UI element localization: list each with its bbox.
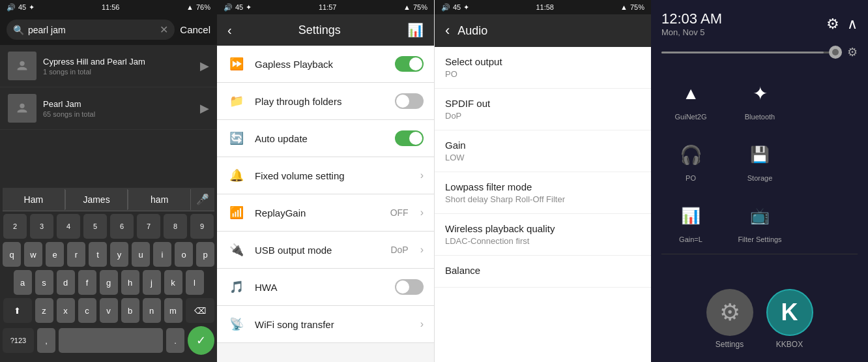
key-5[interactable]: 5 bbox=[83, 214, 107, 239]
settings-item-wifi[interactable]: 📡 WiFi song transfer › bbox=[217, 306, 434, 343]
quick-tile-filter[interactable]: 📺 Filter Settings bbox=[725, 190, 794, 251]
battery-3: 75% bbox=[630, 3, 644, 11]
suggestion-1[interactable]: Ham bbox=[3, 189, 65, 210]
key-6[interactable]: 6 bbox=[110, 214, 134, 239]
key-comma[interactable]: , bbox=[37, 328, 55, 353]
audio-item-output[interactable]: Select output PO bbox=[435, 47, 651, 89]
key-v[interactable]: v bbox=[100, 298, 118, 323]
key-p[interactable]: p bbox=[196, 242, 214, 267]
key-d[interactable]: d bbox=[57, 270, 75, 295]
search-container[interactable]: 🔍 ✕ bbox=[7, 20, 175, 40]
key-z[interactable]: z bbox=[35, 298, 53, 323]
quick-tile-guinet2g[interactable]: ▲ GuiNet2G bbox=[656, 67, 725, 128]
audio-item-lowpass[interactable]: Lowpass filter mode Short delay Sharp Ro… bbox=[435, 172, 651, 214]
volume-knob[interactable] bbox=[829, 46, 842, 59]
key-7[interactable]: 7 bbox=[137, 214, 160, 239]
key-k[interactable]: k bbox=[164, 270, 182, 295]
key-b[interactable]: b bbox=[121, 298, 139, 323]
quick-tile-po[interactable]: 🎧 PO bbox=[656, 128, 725, 190]
settings-app-icon[interactable]: ⚙ Settings bbox=[706, 289, 753, 349]
search-input[interactable] bbox=[28, 25, 156, 35]
key-w[interactable]: w bbox=[24, 242, 42, 267]
play-icon-1[interactable]: ▶ bbox=[200, 59, 209, 73]
key-2[interactable]: 2 bbox=[3, 214, 27, 239]
back-icon[interactable]: ‹ bbox=[227, 23, 232, 38]
key-f[interactable]: f bbox=[78, 270, 96, 295]
key-special[interactable]: ?123 bbox=[3, 328, 34, 353]
key-q[interactable]: q bbox=[3, 242, 21, 267]
audio-item-gain[interactable]: Gain LOW bbox=[435, 130, 651, 172]
key-h[interactable]: h bbox=[121, 270, 139, 295]
gapless-label: Gapless Playback bbox=[255, 59, 386, 70]
audio-item-spdif[interactable]: SPDIF out DoP bbox=[435, 89, 651, 130]
audio-item-wireless[interactable]: Wireless playback quality LDAC-Connectio… bbox=[435, 214, 651, 256]
key-shift[interactable]: ⬆ bbox=[3, 298, 32, 323]
quick-tile-storage[interactable]: 💾 Storage bbox=[725, 128, 794, 190]
quick-tile-bluetooth[interactable]: ✦ Bluetooth bbox=[725, 67, 794, 128]
music-title-1: Cypress Hill and Pearl Jam bbox=[43, 57, 194, 67]
collapse-icon[interactable]: ∧ bbox=[847, 16, 858, 33]
key-n[interactable]: n bbox=[143, 298, 161, 323]
key-e[interactable]: e bbox=[46, 242, 64, 267]
autoupdate-toggle[interactable] bbox=[395, 130, 424, 146]
list-item[interactable]: Cypress Hill and Pearl Jam 1 songs in to… bbox=[0, 45, 217, 87]
quick-tiles: ▲ GuiNet2G ✦ Bluetooth 🎧 PO 💾 Storage 📊 … bbox=[651, 67, 868, 251]
volume-level-2: 45 bbox=[235, 3, 243, 11]
key-t[interactable]: t bbox=[89, 242, 107, 267]
key-3[interactable]: 3 bbox=[30, 214, 53, 239]
quick-tile-gain[interactable]: 📊 Gain=L bbox=[656, 190, 725, 251]
settings-item-volume[interactable]: 🔔 Fixed volume setting › bbox=[217, 157, 434, 194]
key-enter[interactable]: ✓ bbox=[188, 326, 214, 355]
key-i[interactable]: i bbox=[153, 242, 171, 267]
settings-item-autoupdate[interactable]: 🔄 Auto update bbox=[217, 120, 434, 157]
key-y[interactable]: y bbox=[110, 242, 128, 267]
suggestion-3[interactable]: ham bbox=[128, 189, 191, 210]
mic-icon[interactable]: 🎤 bbox=[191, 188, 214, 211]
svg-point-1 bbox=[20, 104, 24, 108]
key-backspace[interactable]: ⌫ bbox=[186, 298, 214, 323]
play-icon-2[interactable]: ▶ bbox=[200, 101, 209, 115]
settings-item-folders[interactable]: 📁 Play through folders bbox=[217, 83, 434, 120]
folders-label: Play through folders bbox=[255, 96, 386, 107]
key-8[interactable]: 8 bbox=[164, 214, 187, 239]
list-item[interactable]: Pearl Jam 65 songs in total ▶ bbox=[0, 87, 217, 130]
audio-item-balance[interactable]: Balance bbox=[435, 256, 651, 288]
settings-item-replaygain[interactable]: 📶 ReplayGain OFF › bbox=[217, 194, 434, 232]
gapless-toggle[interactable] bbox=[395, 56, 424, 72]
key-space[interactable] bbox=[59, 328, 163, 353]
key-g[interactable]: g bbox=[100, 270, 118, 295]
panel4-header-icons: ⚙ ∧ bbox=[826, 16, 858, 33]
key-o[interactable]: o bbox=[175, 242, 193, 267]
sd-tile-icon: 💾 bbox=[744, 139, 775, 170]
app-icons: ⚙ Settings K KKBOX bbox=[651, 276, 868, 362]
cancel-button[interactable]: Cancel bbox=[180, 24, 210, 35]
chevron-right-icon-2: › bbox=[420, 207, 424, 219]
key-period[interactable]: . bbox=[166, 328, 184, 353]
battery-2: 75% bbox=[413, 3, 427, 11]
volume-slider[interactable] bbox=[661, 52, 842, 53]
settings-gear-icon[interactable]: ⚙ bbox=[826, 16, 839, 33]
hwa-toggle[interactable] bbox=[395, 279, 424, 295]
clear-search-icon[interactable]: ✕ bbox=[160, 23, 168, 36]
key-l[interactable]: l bbox=[186, 270, 204, 295]
key-a[interactable]: a bbox=[14, 270, 32, 295]
panel4-header: 12:03 AM Mon, Nov 5 ⚙ ∧ bbox=[651, 0, 868, 42]
equalizer-icon[interactable]: 📊 bbox=[407, 22, 424, 38]
settings-item-gapless[interactable]: ⏩ Gapless Playback bbox=[217, 46, 434, 83]
key-4[interactable]: 4 bbox=[57, 214, 80, 239]
key-m[interactable]: m bbox=[164, 298, 182, 323]
key-c[interactable]: c bbox=[78, 298, 96, 323]
audio-back-icon[interactable]: ‹ bbox=[445, 22, 450, 39]
kkbox-app-icon[interactable]: K KKBOX bbox=[766, 289, 813, 349]
volume-settings-icon[interactable]: ⚙ bbox=[847, 45, 858, 59]
suggestion-2[interactable]: James bbox=[66, 189, 128, 210]
key-9[interactable]: 9 bbox=[190, 214, 214, 239]
key-x[interactable]: x bbox=[57, 298, 75, 323]
key-j[interactable]: j bbox=[143, 270, 161, 295]
key-r[interactable]: r bbox=[67, 242, 85, 267]
key-u[interactable]: u bbox=[132, 242, 150, 267]
key-s[interactable]: s bbox=[35, 270, 53, 295]
settings-item-hwa[interactable]: 🎵 HWA bbox=[217, 269, 434, 306]
folders-toggle[interactable] bbox=[395, 93, 424, 109]
settings-item-usb[interactable]: 🔌 USB output mode DoP › bbox=[217, 232, 434, 269]
